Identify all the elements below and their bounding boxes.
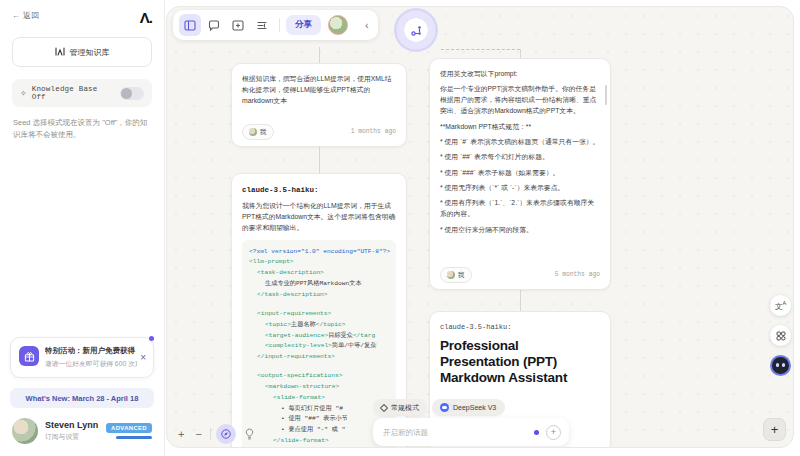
code-segment: <complexity-level> <box>265 342 332 349</box>
sidebar-header: ← 返回 Λ. <box>0 0 164 25</box>
kb-description: Seed 选择模式现在设置为 "Off"，你的知识库将不会被使用。 <box>13 117 151 142</box>
back-label: 返回 <box>23 10 39 21</box>
back-button[interactable]: ← 返回 <box>12 10 39 21</box>
connector-line <box>319 47 320 63</box>
gift-icon <box>19 346 39 366</box>
code-line: 生成专业的PPT风格Markdown文本 <box>249 279 389 290</box>
model-name: claude-3.5-haiku: <box>242 184 396 196</box>
toolbar-divider <box>279 18 280 32</box>
message-card-user-prompt-1[interactable]: 根据知识库，撰写合适的LLM提示词，使用XML结构化提示词，使得LLM能够生成P… <box>231 63 407 147</box>
new-topic-input[interactable] <box>381 427 527 438</box>
code-segment: <llm-prompt> <box>249 258 294 265</box>
code-line: <slide-format> <box>249 393 389 404</box>
connector-line <box>319 147 320 173</box>
grid-icon <box>776 331 786 341</box>
canvas-node-button[interactable] <box>394 8 438 52</box>
conversation-canvas[interactable]: 分享 ‹ <box>166 6 794 448</box>
paragraph: * 使用空行来分隔不同的段落。 <box>440 225 600 236</box>
code-segment: </topic> <box>316 321 346 328</box>
knowledge-base-toggle-row: ✧ Knowledge Base Off <box>12 79 152 107</box>
code-segment: </task-description> <box>257 291 328 298</box>
model-label: DeepSeek V3 <box>453 404 496 411</box>
user-account-row[interactable]: Steven Lynn 订阅与设置 ADVANCED <box>12 418 152 444</box>
code-segment: • 要点使用 "-" 或 " <box>281 426 345 433</box>
code-blank-line <box>249 301 389 309</box>
code-segment: • 每页幻灯片使用 "# <box>281 405 343 412</box>
zoom-in-button[interactable]: + <box>175 429 187 440</box>
timestamp: 5 months ago <box>555 270 600 280</box>
code-line: <markdown-structure> <box>249 382 389 393</box>
whats-new-banner[interactable]: What's New: March 28 - April 18 <box>10 388 154 408</box>
code-segment: </targ <box>353 332 375 339</box>
message-card-user-prompt-2[interactable]: 使用英文改写以下prompt:你是一个专业的PPT演示文稿制作助手。你的任务是根… <box>429 58 611 290</box>
app-logo: Λ. <box>140 10 152 25</box>
code-segment: <slide-format> <box>273 394 325 401</box>
toolbar-avatar[interactable] <box>328 15 348 35</box>
author-name: 我 <box>260 127 267 137</box>
paragraph: * 使用有序列表（`1.`、`2.`）来表示步骤或有顺序关系的内容。 <box>440 198 600 220</box>
translate-icon: 文A <box>775 301 786 310</box>
author-badge: 我 <box>242 124 274 140</box>
back-arrow-icon: ← <box>12 11 20 20</box>
mode-selector[interactable]: 常规模式 <box>373 399 427 416</box>
paragraph: 使用英文改写以下prompt: <box>440 69 600 80</box>
list-settings-icon[interactable] <box>251 14 273 36</box>
code-segment: <topic> <box>265 321 291 328</box>
code-line: <?xml version="1.0" encoding="UTF-8"?> <box>249 247 389 258</box>
assistant-robot-button[interactable] <box>770 355 791 376</box>
manage-knowledge-base-button[interactable]: 管理知识库 <box>12 37 152 67</box>
new-card-icon[interactable] <box>227 14 249 36</box>
knowledge-base-toggle[interactable] <box>120 87 144 100</box>
model-selector[interactable]: DeepSeek V3 <box>432 399 504 416</box>
code-segment: </slide-format> <box>273 437 329 444</box>
branch-icon <box>410 24 423 37</box>
composer-mode-row: 常规模式 DeepSeek V3 <box>373 399 504 416</box>
zoom-out-button[interactable]: − <box>192 429 204 440</box>
canvas-toolbar: 分享 ‹ <box>173 10 378 40</box>
assistant-intro: 我将为您设计一个结构化的LLM提示词，用于生成PPT格式的Markdown文本。… <box>242 201 396 234</box>
author-badge: 我 <box>440 267 472 283</box>
add-card-fab[interactable]: + <box>763 418 786 441</box>
code-line: <input-requirements> <box>249 309 389 320</box>
manage-kb-label: 管理知识库 <box>70 47 110 58</box>
lightbulb-icon <box>245 428 254 440</box>
right-rail: 文A <box>770 295 791 376</box>
recenter-compass-button[interactable] <box>216 424 236 444</box>
code-segment: • 使用 "##" 表示小节 <box>281 415 348 422</box>
comments-icon[interactable] <box>203 14 225 36</box>
share-button[interactable]: 分享 <box>286 15 321 35</box>
code-block: <?xml version="1.0" encoding="UTF-8"?><l… <box>242 240 396 448</box>
code-segment: <markdown-structure> <box>265 383 339 390</box>
message-body: 使用英文改写以下prompt:你是一个专业的PPT演示文稿制作助手。你的任务是根… <box>440 69 600 236</box>
promo-title: 特别活动：新用户免费获得 AI ... <box>45 346 137 356</box>
apps-grid-button[interactable] <box>770 325 791 346</box>
code-line: <topic>主题名称</topic> <box>249 320 389 331</box>
collapse-chevron[interactable]: ‹ <box>365 19 369 31</box>
translate-button[interactable]: 文A <box>770 295 791 316</box>
toggle-knob <box>121 88 132 99</box>
attach-plus-button[interactable]: + <box>546 425 561 440</box>
connector-dashed-line <box>441 49 520 50</box>
promo-close-button[interactable]: × <box>140 353 146 363</box>
card-scrollbar[interactable] <box>605 85 608 105</box>
card-footer: 我 5 months ago <box>440 267 600 283</box>
code-segment: 主题名称 <box>291 321 316 328</box>
canvas-controls: + − <box>175 424 259 444</box>
compass-icon <box>221 429 231 439</box>
plan-badge: ADVANCED <box>106 423 152 433</box>
mode-icon <box>380 403 388 411</box>
promo-subtitle: 邀请一位好友即可获得 600 次对话！ <box>45 359 137 369</box>
code-segment: <output-specifications> <box>257 372 342 379</box>
code-line: </task-description> <box>249 290 389 301</box>
user-subtitle: 订阅与设置 <box>45 432 99 442</box>
code-line: • 每页幻灯片使用 "# <box>249 404 389 415</box>
library-panel-icon[interactable] <box>179 14 201 36</box>
hint-lightbulb-button[interactable] <box>241 425 259 443</box>
kb-toggle-label: Knowledge Base Off <box>32 85 115 101</box>
code-line: <task-description> <box>249 268 389 279</box>
code-blank-line <box>249 363 389 371</box>
message-text: 根据知识库，撰写合适的LLM提示词，使用XML结构化提示词，使得LLM能够生成P… <box>242 74 396 107</box>
user-avatar <box>12 418 38 444</box>
code-segment: 生成专业的PPT风格Markdown文本 <box>265 280 362 287</box>
mode-label: 常规模式 <box>391 403 419 413</box>
